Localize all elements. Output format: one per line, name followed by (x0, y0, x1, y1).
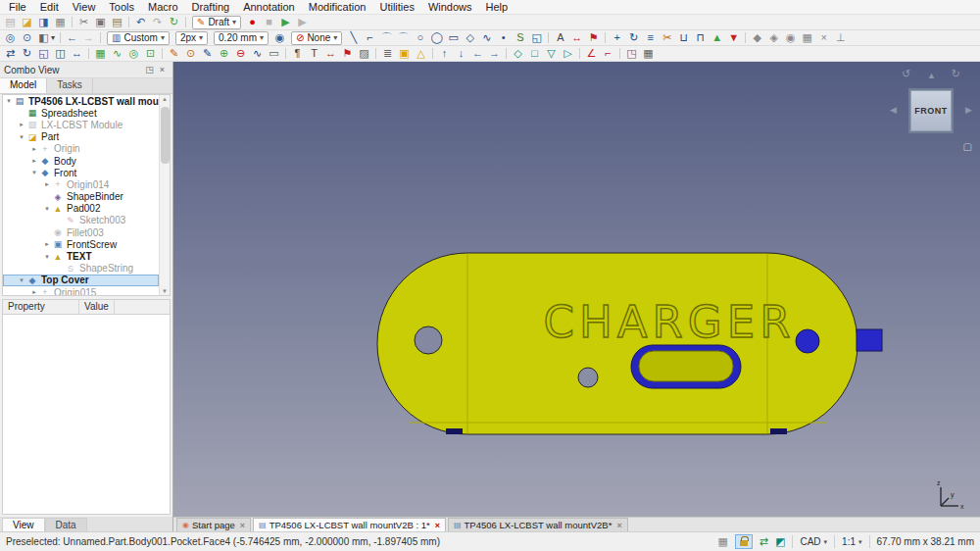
tree-item[interactable]: ◉ Fillet003 (3, 226, 159, 238)
measure-angle-icon[interactable]: ∠ (583, 46, 600, 61)
macro-play-icon[interactable]: ▶ (277, 15, 294, 29)
draft-facebinder-icon[interactable]: ◱ (528, 30, 545, 45)
draft-offset-icon[interactable]: ≡ (642, 30, 659, 45)
mount-hole-small[interactable] (578, 368, 598, 387)
snap-endpoint-icon[interactable]: ◆ (749, 30, 765, 45)
tree-item[interactable]: ◈ ShapeBinder (3, 191, 159, 203)
custom-style-selector[interactable]: ▥ Custom ▾ (107, 31, 170, 45)
menu-item[interactable]: View (66, 0, 103, 14)
lock-toolbars-button[interactable] (735, 534, 753, 549)
polar-array-icon[interactable]: ◎ (125, 46, 142, 61)
edit-icon[interactable]: ✎ (166, 46, 182, 61)
property-view-tab[interactable]: Data (45, 518, 87, 531)
tree-expander-icon[interactable]: ▸ (29, 145, 39, 153)
navigation-cube[interactable]: ↺ ↻ ▲ ◀ ▶ FRONT ▢ (888, 68, 974, 154)
select-prev-icon[interactable]: ← (469, 46, 486, 61)
new-file-icon[interactable]: ▤ (2, 15, 19, 29)
draft-ellipse-icon[interactable]: ◯ (428, 30, 445, 45)
sync-selection-icon[interactable]: ⇄ (760, 535, 768, 548)
menu-item[interactable]: Edit (33, 0, 66, 14)
model-cube-icon[interactable]: ◩ (775, 535, 785, 548)
flag-icon[interactable]: ⚑ (339, 46, 356, 61)
wire-to-bspline-icon[interactable]: ∿ (249, 46, 266, 61)
draft-to-sketch-icon[interactable]: ✎ (199, 46, 216, 61)
draft-polygon-icon[interactable]: ◇ (462, 30, 478, 45)
macro-record-icon[interactable]: ● (244, 15, 261, 29)
draft-line-icon[interactable]: ╲ (345, 30, 362, 45)
windows-tile-icon[interactable]: ▦ (640, 46, 657, 61)
nav-cube-mini-cube-icon[interactable]: ▢ (963, 141, 972, 152)
draft-circle-icon[interactable]: ○ (412, 30, 428, 45)
snap-center-icon[interactable]: ◉ (782, 30, 799, 45)
paste-icon[interactable]: ▤ (109, 15, 125, 29)
top-cover-side-tab[interactable] (857, 329, 882, 351)
draw-style-caret-icon[interactable]: ▾ (49, 30, 57, 45)
cut-icon[interactable]: ✂ (75, 15, 92, 29)
draft-text-icon[interactable]: A (552, 30, 568, 45)
draft-polyline-icon[interactable]: ⌐ (362, 30, 378, 45)
draft-bspline-icon[interactable]: ∿ (478, 30, 495, 45)
measure-distance-icon[interactable]: ⌐ (600, 46, 616, 61)
tree-expander-icon[interactable]: ▸ (29, 157, 39, 165)
close-tab-icon[interactable]: × (435, 521, 440, 530)
tree-expander-icon[interactable]: ▾ (4, 97, 14, 105)
tree-item[interactable]: ▾ ◆ Front (3, 167, 159, 178)
move-up-icon[interactable]: ↑ (436, 46, 453, 61)
draft-join-icon[interactable]: ⊔ (675, 30, 692, 45)
snap-grid-icon[interactable]: ▦ (799, 30, 815, 45)
macro-stop-icon[interactable]: ■ (261, 15, 277, 29)
tree-item[interactable]: S ShapeString (3, 263, 159, 275)
windows-cascade-icon[interactable]: ◳ (623, 46, 640, 61)
draft-point-icon[interactable]: • (495, 30, 512, 45)
draft-trim-icon[interactable]: ✂ (659, 30, 675, 45)
nav-cube-right-arrow[interactable]: ▶ (965, 105, 972, 115)
scrollbar-thumb[interactable] (161, 107, 170, 164)
tab-document-view[interactable]: ▤ TP4506 LX-LCBST wall mountV2B : 1* × (253, 518, 446, 531)
draft-move-icon[interactable]: + (609, 30, 625, 45)
nav-cube-up-arrow[interactable]: ▲ (927, 71, 936, 80)
tab-document-2[interactable]: ▤ TP4506 LX-LCBST wall mountV2B* × (448, 518, 628, 531)
save-icon[interactable]: ◨ (35, 15, 52, 29)
tree-expander-icon[interactable]: ▾ (17, 276, 26, 284)
modify-rotate-icon[interactable]: ↻ (19, 46, 35, 61)
tree-expander-icon[interactable]: ▸ (42, 180, 52, 188)
draft-rectangle-icon[interactable]: ▭ (445, 30, 462, 45)
scroll-down-icon[interactable]: ▼ (160, 288, 170, 294)
menu-item[interactable]: Drafting (185, 0, 237, 14)
print-icon[interactable]: ▦ (52, 15, 69, 29)
array-icon[interactable]: ▦ (92, 46, 109, 61)
tree-item[interactable]: ▸ ▣ FrontScrew (3, 238, 159, 250)
3d-viewport[interactable]: CHARGER ↺ ↻ ▲ (173, 62, 980, 517)
text-icon[interactable]: T (306, 46, 322, 61)
highlight-subelements-icon[interactable]: ⊙ (182, 46, 199, 61)
hatch-icon[interactable]: ▨ (356, 46, 372, 61)
copy-icon[interactable]: ▣ (92, 15, 109, 29)
menu-item[interactable]: Utilities (372, 0, 420, 14)
draft-label-icon[interactable]: ⚑ (585, 30, 602, 45)
nav-cube-front-face[interactable]: FRONT (908, 88, 954, 133)
remove-point-icon[interactable]: ⊖ (232, 46, 249, 61)
snap-perpendicular-icon[interactable]: ⊥ (832, 30, 849, 45)
autogroup-icon[interactable]: △ (413, 46, 429, 61)
menu-item[interactable]: Tools (102, 0, 141, 14)
scroll-up-icon[interactable]: ▲ (160, 96, 170, 102)
nav-forward-icon[interactable]: → (80, 30, 97, 45)
tree-expander-icon[interactable]: ▸ (42, 240, 52, 248)
point-array-icon[interactable]: ⊡ (142, 46, 159, 61)
nav-cube-left-arrow[interactable]: ◀ (890, 105, 897, 115)
view-iso-icon[interactable]: ◇ (510, 46, 526, 61)
view-top-icon[interactable]: ▽ (543, 46, 560, 61)
select-next-icon[interactable]: → (486, 46, 503, 61)
draft-dimension-icon[interactable]: ↔ (568, 30, 585, 45)
menu-item[interactable]: Windows (421, 0, 479, 14)
tree-item[interactable]: ▾ ▲ Pad002 (3, 203, 159, 215)
move-down-icon[interactable]: ↓ (453, 46, 469, 61)
close-panel-icon[interactable]: × (156, 65, 169, 75)
menu-item[interactable]: Help (479, 0, 515, 14)
dimension-icon[interactable]: ↔ (322, 46, 339, 61)
modify-move-icon[interactable]: ⇄ (2, 46, 19, 61)
draft-upgrade-icon[interactable]: ▲ (709, 30, 725, 45)
nav-back-icon[interactable]: ← (64, 30, 80, 45)
macro-edit-icon[interactable]: ▶ (294, 15, 311, 29)
draft-downgrade-icon[interactable]: ▼ (725, 30, 742, 45)
